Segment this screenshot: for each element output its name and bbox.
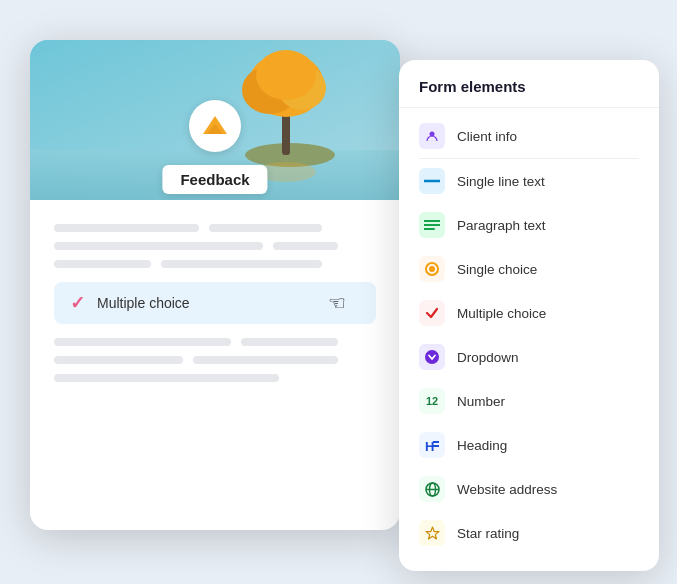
panel-items-list: Client infoSingle line text Paragraph te… — [399, 108, 659, 561]
star-rating-icon — [419, 520, 445, 546]
paragraph-text-icon — [419, 212, 445, 238]
website-address-label: Website address — [457, 482, 557, 497]
svg-point-18 — [425, 350, 439, 364]
form-preview-card: Feedback ✓ Multiple choice ☜ — [30, 40, 400, 530]
number-label: Number — [457, 394, 505, 409]
client-info-icon — [419, 123, 445, 149]
logo-circle — [189, 100, 241, 152]
logo-icon — [201, 112, 229, 140]
website-address-icon — [419, 476, 445, 502]
dropdown-label: Dropdown — [457, 350, 519, 365]
skeleton-row-1 — [54, 224, 376, 232]
skeleton-group-bottom — [54, 338, 376, 382]
multiple-choice-label: Multiple choice — [457, 306, 546, 321]
form-elements-panel: Form elements Client infoSingle line tex… — [399, 60, 659, 571]
multiple-choice-label: Multiple choice — [97, 295, 190, 311]
panel-title: Form elements — [399, 78, 659, 108]
single-line-text-label: Single line text — [457, 174, 545, 189]
form-header-image: Feedback — [30, 40, 400, 200]
panel-item-star-rating[interactable]: Star rating — [399, 511, 659, 555]
svg-point-17 — [429, 266, 435, 272]
heading-icon: H — [419, 432, 445, 458]
number-icon: 12 — [419, 388, 445, 414]
star-rating-label: Star rating — [457, 526, 519, 541]
form-content: ✓ Multiple choice ☜ — [30, 200, 400, 408]
single-choice-icon — [419, 256, 445, 282]
svg-text:H: H — [425, 439, 434, 452]
single-choice-label: Single choice — [457, 262, 537, 277]
panel-item-multiple-choice[interactable]: Multiple choice — [399, 291, 659, 335]
dropdown-icon — [419, 344, 445, 370]
client-info-label: Client info — [457, 129, 517, 144]
paragraph-text-label: Paragraph text — [457, 218, 546, 233]
panel-item-paragraph-text[interactable]: Paragraph text — [399, 203, 659, 247]
feedback-label: Feedback — [162, 165, 267, 194]
multiple-choice-icon — [419, 300, 445, 326]
panel-item-number[interactable]: 12Number — [399, 379, 659, 423]
skeleton-row-2 — [54, 242, 376, 250]
panel-item-heading[interactable]: H Heading — [399, 423, 659, 467]
multiple-choice-row[interactable]: ✓ Multiple choice ☜ — [54, 282, 376, 324]
checkmark-icon: ✓ — [70, 292, 85, 314]
panel-item-single-choice[interactable]: Single choice — [399, 247, 659, 291]
panel-item-website-address[interactable]: Website address — [399, 467, 659, 511]
skeleton-row-3 — [54, 260, 376, 268]
svg-point-7 — [256, 50, 316, 100]
cursor-icon: ☜ — [328, 291, 346, 315]
svg-marker-25 — [426, 527, 439, 539]
panel-item-single-line-text[interactable]: Single line text — [399, 159, 659, 203]
single-line-text-icon — [419, 168, 445, 194]
panel-item-dropdown[interactable]: Dropdown — [399, 335, 659, 379]
heading-label: Heading — [457, 438, 507, 453]
panel-item-client-info[interactable]: Client info — [399, 114, 659, 158]
